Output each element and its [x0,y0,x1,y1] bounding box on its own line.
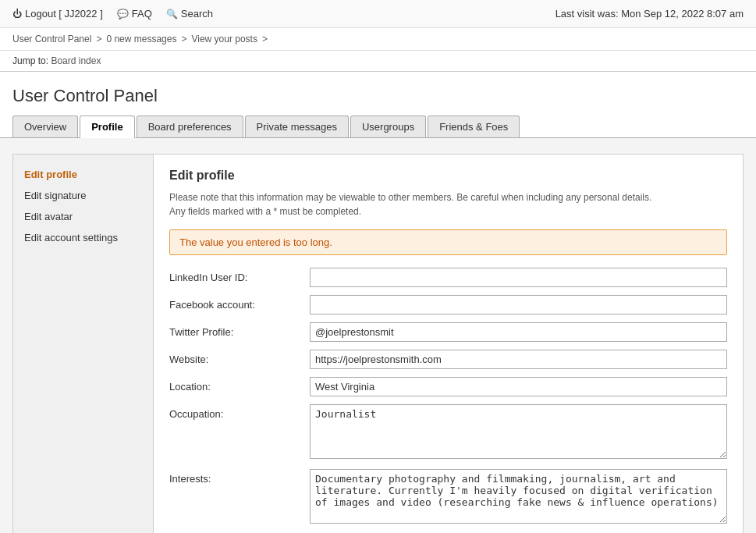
logout-label[interactable]: Logout [ JJ2022 ] [25,8,103,20]
input-twitter[interactable] [310,322,727,342]
breadcrumb-posts[interactable]: View your posts [191,34,257,44]
breadcrumb-messages[interactable]: 0 new messages [106,34,176,44]
input-wrap-linkedin [310,268,727,287]
sidebar-item-edit-account[interactable]: Edit account settings [13,227,153,248]
logout-icon: ⏻ [12,9,22,20]
input-wrap-website [310,350,727,369]
faq-item[interactable]: 💬 FAQ [117,8,152,20]
sidebar-item-edit-profile[interactable]: Edit profile [13,164,153,185]
label-interests: Interests: [169,469,310,485]
form-row-facebook: Facebook account: [169,295,727,314]
faq-label[interactable]: FAQ [132,8,152,20]
page-title: User Control Panel [0,72,756,115]
textarea-occupation[interactable]: Journalist [310,404,727,459]
sidebar-item-edit-signature[interactable]: Edit signature [13,185,153,206]
input-wrap-twitter [310,322,727,342]
label-twitter: Twitter Profile: [169,322,310,338]
label-occupation: Occupation: [169,404,310,420]
form-fields: LinkedIn User ID:Facebook account:Twitte… [169,268,727,526]
form-row-location: Location: [169,377,727,396]
breadcrumb-ucp[interactable]: User Control Panel [12,34,91,44]
jump-bar: Jump to: Board index [0,51,756,72]
form-title: Edit profile [169,169,727,183]
sidebar-item-edit-avatar[interactable]: Edit avatar [13,206,153,227]
breadcrumb-bar: User Control Panel > 0 new messages > Vi… [0,28,756,51]
form-panel: Edit profile Please note that this infor… [154,155,743,533]
tab-usergroups[interactable]: Usergroups [350,115,426,137]
input-wrap-occupation: Journalist [310,404,727,461]
search-icon: 🔍 [166,9,178,20]
top-bar: ⏻ Logout [ JJ2022 ] 💬 FAQ 🔍 Search Last … [0,0,756,28]
tab-board-preferences[interactable]: Board preferences [137,115,243,137]
tab-overview[interactable]: Overview [12,115,78,137]
breadcrumb-arrow-2: > [181,34,186,44]
tab-profile[interactable]: Profile [80,115,134,138]
jump-board-index[interactable]: Board index [51,55,101,66]
input-location[interactable] [310,377,727,396]
input-wrap-interests: Documentary photography and filmmaking, … [310,469,727,526]
form-row-twitter: Twitter Profile: [169,322,727,342]
tab-friends-foes[interactable]: Friends & Foes [428,115,520,137]
breadcrumb-arrow-3: > [262,34,268,44]
breadcrumb-arrow-1: > [96,34,101,44]
input-facebook[interactable] [310,295,727,314]
input-wrap-facebook [310,295,727,314]
input-wrap-location [310,377,727,396]
label-linkedin: LinkedIn User ID: [169,268,310,283]
main-content: Edit profileEdit signatureEdit avatarEdi… [0,138,756,533]
textarea-interests[interactable]: Documentary photography and filmmaking, … [310,469,727,524]
top-bar-left: ⏻ Logout [ JJ2022 ] 💬 FAQ 🔍 Search [12,8,213,20]
panel-layout: Edit profileEdit signatureEdit avatarEdi… [12,154,744,533]
label-facebook: Facebook account: [169,295,310,311]
form-row-interests: Interests:Documentary photography and fi… [169,469,727,526]
label-location: Location: [169,377,310,393]
jump-label: Jump to: [12,55,48,66]
logout-item[interactable]: ⏻ Logout [ JJ2022 ] [12,8,103,20]
tab-private-messages[interactable]: Private messages [245,115,349,137]
label-website: Website: [169,350,310,365]
search-item[interactable]: 🔍 Search [166,8,213,20]
sidebar: Edit profileEdit signatureEdit avatarEdi… [13,155,154,533]
input-website[interactable] [310,350,727,369]
form-row-website: Website: [169,350,727,369]
search-label[interactable]: Search [181,8,213,20]
input-linkedin[interactable] [310,268,727,287]
error-banner: The value you entered is too long. [169,229,727,255]
form-row-linkedin: LinkedIn User ID: [169,268,727,287]
last-visit: Last visit was: Mon Sep 12, 2022 8:07 am [555,8,744,20]
tab-bar: OverviewProfileBoard preferencesPrivate … [0,115,756,138]
faq-icon: 💬 [117,9,129,20]
form-row-occupation: Occupation:Journalist [169,404,727,461]
form-description: Please note that this information may be… [169,190,727,219]
